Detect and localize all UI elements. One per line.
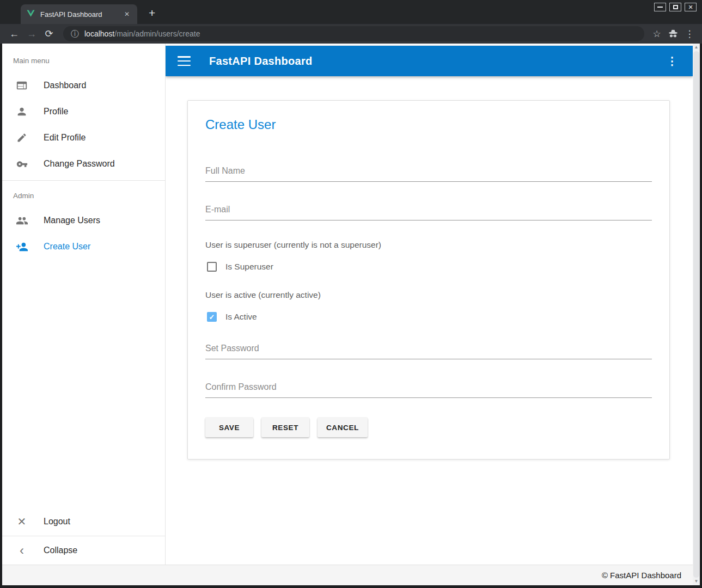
- address-bar[interactable]: ⓘ localhost/main/admin/users/create: [63, 26, 644, 41]
- sidebar-divider: [2, 536, 165, 536]
- sidebar-bottom: ✕ Logout ‹ Collapse: [2, 509, 165, 565]
- full-name-field-wrap: [205, 163, 652, 182]
- close-icon: ✕: [688, 4, 693, 10]
- page-info-icon[interactable]: ⓘ: [71, 29, 79, 39]
- sidebar-item-edit-profile[interactable]: Edit Profile: [2, 125, 165, 151]
- sidebar-item-label: Change Password: [44, 159, 115, 169]
- sidebar: Main menu Dashboard Profile: [2, 44, 166, 565]
- create-user-card: Create User User is superuser (currently…: [187, 100, 670, 460]
- checkbox-unchecked-icon[interactable]: [207, 262, 217, 272]
- is-superuser-checkbox[interactable]: Is Superuser: [207, 262, 652, 272]
- sidebar-divider: [2, 180, 165, 181]
- app-bar-title: FastAPI Dashboard: [209, 55, 313, 68]
- superuser-hint: User is superuser (currently is not a su…: [205, 240, 652, 250]
- close-x-icon: ✕: [15, 515, 28, 528]
- scroll-up-icon[interactable]: ▲: [693, 44, 700, 51]
- sidebar-item-label: Collapse: [44, 546, 77, 555]
- pencil-icon: [15, 131, 28, 144]
- browser-toolbar: ← → ⟳ ⓘ localhost/main/admin/users/creat…: [0, 24, 702, 44]
- copyright-text: © FastAPI Dashboard: [602, 571, 681, 580]
- reset-button[interactable]: RESET: [261, 418, 309, 437]
- hamburger-menu-icon[interactable]: [178, 56, 191, 66]
- sidebar-item-profile[interactable]: Profile: [2, 99, 165, 125]
- sidebar-item-label: Manage Users: [44, 216, 100, 225]
- cancel-button[interactable]: CANCEL: [318, 418, 368, 437]
- save-button[interactable]: SAVE: [205, 418, 253, 437]
- tab-close-icon[interactable]: ✕: [122, 9, 132, 19]
- app-bar: FastAPI Dashboard ⋮: [166, 46, 693, 76]
- page-footer: © FastAPI Dashboard: [2, 565, 700, 585]
- scrollbar-thumb[interactable]: [693, 51, 699, 578]
- main-area: FastAPI Dashboard ⋮ Create User User is …: [166, 44, 693, 565]
- chevron-left-icon: ‹: [15, 544, 28, 557]
- page-content: Main menu Dashboard Profile: [2, 44, 700, 585]
- new-tab-button[interactable]: +: [145, 6, 159, 20]
- sidebar-section-main-menu: Main menu: [2, 44, 165, 72]
- app-bar-overflow-icon[interactable]: ⋮: [667, 54, 677, 68]
- browser-window: FastAPI Dashboard ✕ + ✕ ← → ⟳ ⓘ localhos…: [0, 0, 702, 588]
- url-path: /main/admin/users/create: [114, 29, 200, 38]
- url-host: localhost: [84, 29, 114, 38]
- person-icon: [15, 105, 28, 118]
- checkbox-label: Is Superuser: [225, 262, 273, 272]
- vue-logo-icon: [26, 10, 35, 19]
- maximize-icon: [673, 5, 678, 9]
- active-hint: User is active (currently active): [205, 290, 652, 300]
- browser-tab[interactable]: FastAPI Dashboard ✕: [21, 4, 137, 24]
- confirm-password-field-wrap: [205, 379, 652, 398]
- sidebar-item-collapse[interactable]: ‹ Collapse: [2, 537, 165, 564]
- scroll-down-icon[interactable]: ▼: [693, 578, 700, 585]
- key-icon: [15, 157, 28, 170]
- reload-button[interactable]: ⟳: [40, 28, 58, 40]
- back-button[interactable]: ←: [5, 28, 23, 40]
- toolbar-right: ☆ ⋮: [649, 28, 698, 40]
- sidebar-item-label: Profile: [44, 107, 68, 117]
- sidebar-item-change-password[interactable]: Change Password: [2, 151, 165, 177]
- forward-button[interactable]: →: [23, 28, 40, 40]
- incognito-icon: [665, 29, 681, 38]
- sidebar-item-manage-users[interactable]: Manage Users: [2, 207, 165, 234]
- group-icon: [15, 214, 28, 227]
- tab-strip: FastAPI Dashboard ✕ + ✕: [0, 0, 702, 24]
- sidebar-item-create-user[interactable]: Create User: [2, 234, 165, 260]
- checkbox-checked-icon[interactable]: ✓: [207, 312, 217, 322]
- form-actions: SAVE RESET CANCEL: [205, 418, 652, 437]
- page-title: Create User: [205, 117, 652, 132]
- email-input[interactable]: [205, 201, 652, 220]
- is-active-checkbox[interactable]: ✓ Is Active: [207, 312, 652, 322]
- confirm-password-input[interactable]: [205, 379, 652, 398]
- sidebar-item-logout[interactable]: ✕ Logout: [2, 509, 165, 535]
- tab-title: FastAPI Dashboard: [40, 10, 122, 19]
- window-controls: ✕: [654, 3, 697, 11]
- set-password-field-wrap: [205, 340, 652, 359]
- dashboard-icon: [15, 79, 28, 92]
- sidebar-section-admin: Admin: [2, 184, 165, 207]
- full-name-input[interactable]: [205, 163, 652, 182]
- browser-menu-icon[interactable]: ⋮: [681, 28, 698, 40]
- email-field-wrap: [205, 201, 652, 220]
- minimize-button[interactable]: [654, 3, 666, 11]
- checkbox-label: Is Active: [225, 312, 257, 322]
- maximize-button[interactable]: [669, 3, 681, 11]
- bookmark-star-icon[interactable]: ☆: [649, 28, 665, 40]
- person-add-icon: [15, 240, 28, 253]
- set-password-input[interactable]: [205, 340, 652, 359]
- sidebar-item-label: Logout: [44, 517, 70, 526]
- sidebar-item-dashboard[interactable]: Dashboard: [2, 72, 165, 99]
- sidebar-item-label: Dashboard: [44, 81, 86, 90]
- sidebar-item-label: Create User: [44, 242, 90, 252]
- minimize-icon: [657, 7, 663, 8]
- close-button[interactable]: ✕: [685, 3, 697, 11]
- scrollbar[interactable]: ▲ ▼: [693, 44, 700, 585]
- sidebar-item-label: Edit Profile: [44, 133, 86, 143]
